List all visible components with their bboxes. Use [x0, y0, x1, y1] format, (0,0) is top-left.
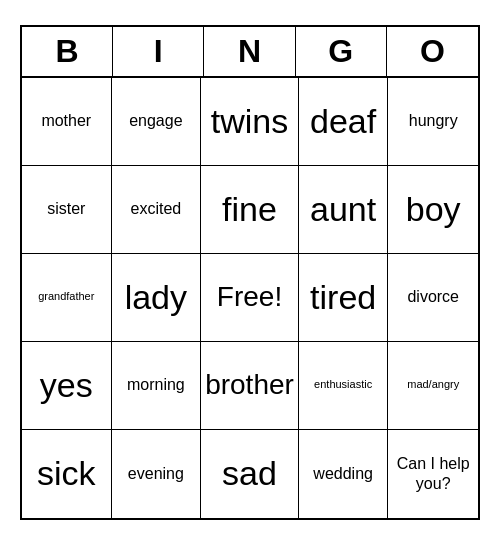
bingo-cell: grandfather: [22, 254, 112, 342]
cell-text: yes: [40, 365, 93, 406]
cell-text: evening: [128, 464, 184, 483]
bingo-cell: aunt: [299, 166, 389, 254]
cell-text: tired: [310, 277, 376, 318]
bingo-cell: evening: [112, 430, 202, 518]
cell-text: aunt: [310, 189, 376, 230]
bingo-cell: lady: [112, 254, 202, 342]
cell-text: Can I help you?: [392, 454, 474, 492]
header-letter: B: [22, 27, 113, 76]
cell-text: deaf: [310, 101, 376, 142]
header-letter: N: [204, 27, 295, 76]
bingo-cell: brother: [201, 342, 299, 430]
cell-text: sister: [47, 199, 85, 218]
bingo-cell: deaf: [299, 78, 389, 166]
bingo-cell: enthusiastic: [299, 342, 389, 430]
cell-text: Free!: [217, 280, 282, 314]
bingo-cell: morning: [112, 342, 202, 430]
cell-text: excited: [131, 199, 182, 218]
bingo-cell: engage: [112, 78, 202, 166]
header-letter: I: [113, 27, 204, 76]
bingo-cell: tired: [299, 254, 389, 342]
cell-text: fine: [222, 189, 277, 230]
bingo-cell: fine: [201, 166, 299, 254]
cell-text: mad/angry: [407, 378, 459, 391]
bingo-card: BINGO motherengagetwinsdeafhungrysistere…: [20, 25, 480, 520]
cell-text: divorce: [407, 287, 459, 306]
cell-text: hungry: [409, 111, 458, 130]
cell-text: wedding: [313, 464, 373, 483]
cell-text: lady: [125, 277, 187, 318]
cell-text: sick: [37, 453, 96, 494]
cell-text: twins: [211, 101, 288, 142]
bingo-cell: sad: [201, 430, 299, 518]
cell-text: sad: [222, 453, 277, 494]
cell-text: morning: [127, 375, 185, 394]
bingo-cell: boy: [388, 166, 478, 254]
cell-text: mother: [41, 111, 91, 130]
bingo-cell: sister: [22, 166, 112, 254]
cell-text: grandfather: [38, 290, 94, 303]
bingo-cell: mother: [22, 78, 112, 166]
bingo-cell: hungry: [388, 78, 478, 166]
cell-text: engage: [129, 111, 182, 130]
bingo-cell: sick: [22, 430, 112, 518]
bingo-cell: wedding: [299, 430, 389, 518]
bingo-cell: Free!: [201, 254, 299, 342]
bingo-cell: excited: [112, 166, 202, 254]
bingo-cell: Can I help you?: [388, 430, 478, 518]
cell-text: boy: [406, 189, 461, 230]
bingo-cell: divorce: [388, 254, 478, 342]
bingo-cell: yes: [22, 342, 112, 430]
cell-text: enthusiastic: [314, 378, 372, 391]
header-letter: G: [296, 27, 387, 76]
bingo-cell: mad/angry: [388, 342, 478, 430]
bingo-header: BINGO: [22, 27, 478, 78]
bingo-cell: twins: [201, 78, 299, 166]
bingo-grid: motherengagetwinsdeafhungrysisterexcited…: [22, 78, 478, 518]
cell-text: brother: [205, 368, 294, 402]
header-letter: O: [387, 27, 478, 76]
